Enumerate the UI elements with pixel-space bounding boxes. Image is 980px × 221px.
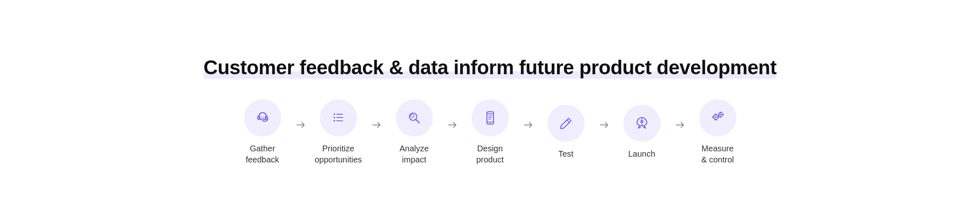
arrow-6 [667,119,693,131]
svg-rect-30 [714,119,717,120]
search-icon [405,109,423,127]
test-icon-circle [548,105,585,142]
analyze-label: Analyzeimpact [400,143,429,165]
arrow-right-icon [295,119,306,131]
svg-line-25 [567,120,569,122]
svg-point-3 [263,120,264,122]
gather-feedback-label: Gatherfeedback [246,143,279,165]
svg-line-16 [416,120,419,123]
step-measure-control: Measure& control [693,99,743,165]
gear-icon [709,109,727,127]
svg-point-10 [334,117,335,118]
arrow-2 [363,119,390,131]
svg-point-5 [263,116,264,117]
measure-label: Measure& control [701,143,734,165]
launch-icon-circle [623,105,660,142]
page-wrapper: Customer feedback & data inform future p… [0,39,980,182]
arrow-1 [287,119,314,131]
launch-label: Launch [628,148,656,160]
step-test: Test [541,105,591,160]
arrow-right-icon [447,119,458,131]
test-label: Test [558,148,573,160]
svg-rect-29 [714,114,717,115]
step-gather-feedback: Gatherfeedback [238,99,287,165]
headset-icon [254,109,272,127]
prioritize-label: Prioritizeopportunities [315,143,362,165]
list-check-icon [329,109,348,127]
step-prioritize-opportunities: Prioritizeopportunities [314,99,363,165]
svg-point-21 [489,123,490,124]
svg-rect-38 [722,114,724,115]
analyze-icon-circle [396,99,433,136]
measure-icon-circle [699,99,736,136]
arrow-3 [439,119,465,131]
svg-rect-35 [720,112,721,113]
page-title: Customer feedback & data inform future p… [204,56,777,80]
step-launch: Launch [617,105,667,160]
gather-feedback-icon-circle [244,99,281,136]
design-icon-circle [472,99,509,136]
arrow-right-icon [598,119,610,131]
svg-point-17 [411,114,414,118]
mobile-icon [481,109,499,127]
arrow-4 [515,119,541,131]
steps-row: Gatherfeedback [238,99,743,165]
svg-rect-36 [720,116,721,118]
pencil-icon [557,114,575,132]
svg-rect-32 [718,116,719,118]
arrow-right-icon [674,119,686,131]
svg-point-4 [261,116,262,117]
step-design-product: Designproduct [465,99,515,165]
svg-point-11 [334,120,335,122]
svg-point-34 [720,114,721,115]
design-label: Designproduct [476,143,504,165]
step-analyze-impact: Analyzeimpact [390,99,439,165]
svg-rect-37 [718,114,719,115]
arrow-5 [591,119,617,131]
svg-point-9 [334,113,335,115]
arrow-right-icon [371,119,382,131]
title-container: Customer feedback & data inform future p… [204,56,777,80]
prioritize-icon-circle [320,99,357,136]
arrow-right-icon [522,119,534,131]
rocket-icon [633,114,651,132]
svg-rect-31 [712,116,714,118]
svg-point-28 [715,116,717,118]
